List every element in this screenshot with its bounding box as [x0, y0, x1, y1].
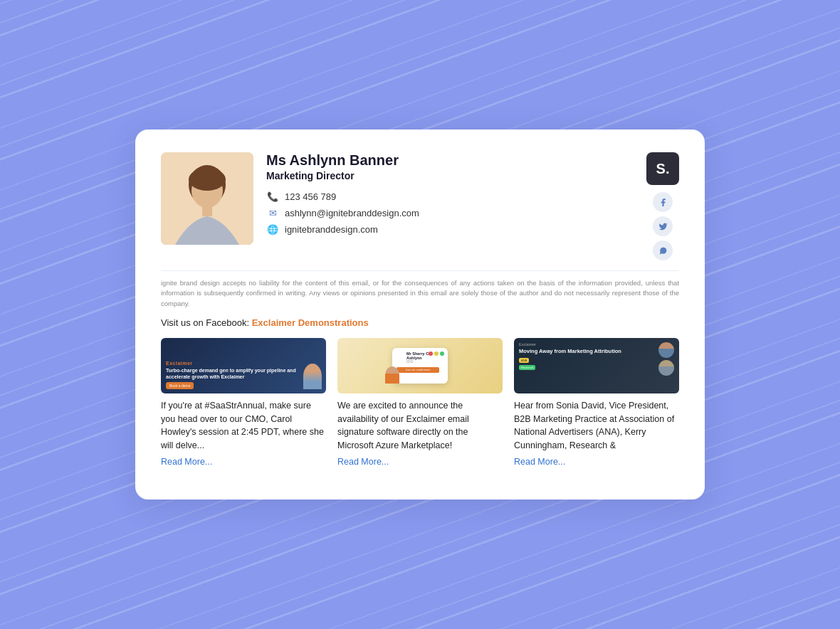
thumb-2-person-figure: [385, 366, 399, 384]
sig-website[interactable]: 🌐 ignitebranddesign.com: [266, 223, 639, 236]
sig-title: Marketing Director: [266, 170, 639, 181]
news-card-2: Mr Sherry C. Ashlynn CFO Join our confer…: [337, 338, 503, 467]
news-card-1-text: If you're at #SaaStrAnnual, make sure yo…: [161, 399, 326, 453]
news-thumb-3: Exclaimer Moving Away from Marketing Att…: [514, 338, 679, 393]
thumb-1-text: Turbo-charge demand gen to amplify your …: [166, 367, 321, 380]
twitter-icon[interactable]: [653, 216, 673, 236]
globe-icon: 🌐: [266, 223, 279, 236]
fb-link[interactable]: Exclaimer Demonstrations: [252, 317, 369, 328]
news-card-3-read-more[interactable]: Read More...: [514, 457, 679, 467]
news-card-1: Exclaimer Turbo-charge demand gen to amp…: [161, 338, 326, 467]
thumb-3-text-area: Exclaimer Moving Away from Marketing Att…: [519, 342, 654, 370]
sig-logo-area: S.: [639, 152, 679, 260]
sig-name: Ms Ashlynn Banner: [266, 152, 639, 169]
news-card-2-text: We are excited to announce the availabil…: [337, 399, 503, 453]
news-card-3-text: Hear from Sonia David, Vice President, B…: [514, 399, 679, 453]
badge-yellow: ANA: [519, 358, 529, 363]
signature-section: Ms Ashlynn Banner Marketing Director 📞 1…: [161, 152, 679, 260]
news-cards-row: Exclaimer Turbo-charge demand gen to amp…: [161, 338, 679, 467]
mini-person-1: [658, 342, 674, 358]
sig-contact: 📞 123 456 789 ✉ ashlynn@ignitebranddesig…: [266, 190, 639, 236]
phone-icon: 📞: [266, 190, 279, 203]
thumb-3-badges: ANA Research: [519, 358, 654, 370]
social-icons: [653, 192, 673, 260]
thumb-1-person: [303, 364, 322, 389]
email-signature-card: Ms Ashlynn Banner Marketing Director 📞 1…: [135, 130, 705, 500]
thumb-1-brand: Exclaimer: [166, 361, 321, 366]
news-card-1-read-more[interactable]: Read More...: [161, 457, 326, 467]
svg-point-3: [189, 168, 226, 191]
signature-info: Ms Ashlynn Banner Marketing Director 📞 1…: [253, 152, 639, 236]
badge-green: Research: [519, 365, 535, 370]
disclaimer-text: ignite brand design accepts no liability…: [161, 270, 679, 309]
company-logo: S.: [646, 152, 679, 185]
thumb-3-headline: Moving Away from Marketing Attribution: [519, 348, 654, 355]
news-thumb-1: Exclaimer Turbo-charge demand gen to amp…: [161, 338, 326, 393]
thumb-2-dots: [429, 352, 444, 356]
facebook-icon[interactable]: [653, 192, 673, 212]
news-card-3: Exclaimer Moving Away from Marketing Att…: [514, 338, 679, 467]
thumb-1-cta[interactable]: Book a demo: [166, 382, 194, 389]
thumb-3-brand: Exclaimer: [519, 342, 654, 347]
thumb-3-photos: [658, 342, 674, 376]
mini-person-2: [658, 360, 674, 376]
thumb-2-role: CFO: [406, 360, 443, 364]
sig-phone: 📞 123 456 789: [266, 190, 639, 203]
thumb-2-mockup: Mr Sherry C. Ashlynn CFO Join our confer…: [392, 348, 448, 384]
sig-email[interactable]: ✉ ashlynn@ignitebranddesign.com: [266, 206, 639, 219]
email-icon: ✉: [266, 206, 279, 219]
whatsapp-icon[interactable]: [653, 240, 673, 260]
thumb-2-bar: Join our conference: [397, 367, 439, 373]
svg-rect-4: [202, 204, 212, 216]
facebook-line: Visit us on Facebook: Exclaimer Demonstr…: [161, 317, 679, 328]
news-thumb-2: Mr Sherry C. Ashlynn CFO Join our confer…: [337, 338, 503, 393]
news-card-2-read-more[interactable]: Read More...: [337, 457, 503, 467]
avatar: [161, 152, 253, 245]
